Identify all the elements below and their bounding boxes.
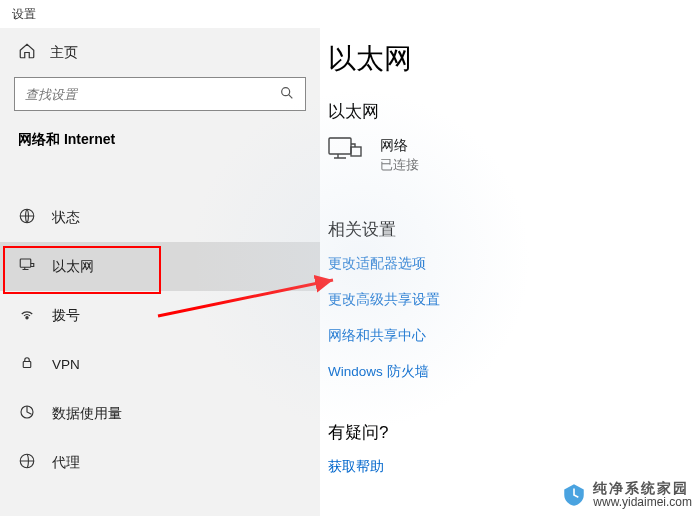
- sidebar-item-label: VPN: [52, 357, 80, 372]
- watermark-brand: 纯净系统家园: [593, 480, 692, 496]
- status-icon: [18, 207, 36, 228]
- help-title: 有疑问?: [328, 421, 698, 444]
- search-icon: [279, 85, 295, 104]
- sidebar-item-label: 代理: [52, 454, 80, 472]
- svg-rect-8: [351, 147, 361, 156]
- vpn-icon: [18, 354, 36, 375]
- sidebar-item-vpn[interactable]: VPN: [0, 340, 320, 389]
- sidebar-item-status[interactable]: 状态: [0, 193, 320, 242]
- sidebar-item-label: 数据使用量: [52, 405, 122, 423]
- watermark-url: www.yidaimei.com: [593, 496, 692, 510]
- page-title: 以太网: [328, 40, 698, 78]
- svg-rect-4: [23, 362, 31, 368]
- network-status-block[interactable]: 网络 已连接: [328, 137, 698, 174]
- link-advanced-sharing[interactable]: 更改高级共享设置: [328, 291, 698, 309]
- network-status: 已连接: [380, 157, 419, 174]
- sidebar-item-label: 状态: [52, 209, 80, 227]
- sidebar-nav: 状态 以太网 拨号 VPN 数据使用量 代理: [0, 193, 320, 487]
- link-firewall[interactable]: Windows 防火墙: [328, 363, 698, 381]
- home-icon: [18, 42, 36, 63]
- window-title: 设置: [0, 0, 698, 28]
- sidebar-item-proxy[interactable]: 代理: [0, 438, 320, 487]
- sidebar-item-ethernet[interactable]: 以太网: [0, 242, 320, 291]
- ethernet-icon: [18, 256, 36, 277]
- home-label: 主页: [50, 44, 78, 62]
- search-field[interactable]: [25, 87, 279, 102]
- link-change-adapter[interactable]: 更改适配器选项: [328, 255, 698, 273]
- sidebar-item-label: 拨号: [52, 307, 80, 325]
- svg-rect-2: [20, 259, 31, 267]
- related-settings-title: 相关设置: [328, 218, 698, 241]
- watermark-logo: 纯净系统家园 www.yidaimei.com: [561, 480, 692, 510]
- main-content: 以太网 以太网 网络 已连接 相关设置 更改适配器选项 更改高级共享设置 网络和…: [320, 28, 698, 516]
- svg-rect-7: [329, 138, 351, 154]
- monitor-icon: [328, 137, 362, 168]
- sidebar-item-label: 以太网: [52, 258, 94, 276]
- sidebar-section-title: 网络和 Internet: [0, 125, 320, 159]
- sidebar-item-dialup[interactable]: 拨号: [0, 291, 320, 340]
- network-section-title: 以太网: [328, 100, 698, 123]
- svg-point-0: [282, 87, 290, 95]
- link-get-help[interactable]: 获取帮助: [328, 458, 698, 476]
- link-network-center[interactable]: 网络和共享中心: [328, 327, 698, 345]
- search-input[interactable]: [14, 77, 306, 111]
- home-nav[interactable]: 主页: [0, 28, 320, 77]
- network-name: 网络: [380, 137, 419, 155]
- dialup-icon: [18, 305, 36, 326]
- sidebar-item-data-usage[interactable]: 数据使用量: [0, 389, 320, 438]
- sidebar: 主页 网络和 Internet 状态 以太网 拨号: [0, 28, 320, 516]
- data-usage-icon: [18, 403, 36, 424]
- svg-point-3: [26, 317, 28, 319]
- proxy-icon: [18, 452, 36, 473]
